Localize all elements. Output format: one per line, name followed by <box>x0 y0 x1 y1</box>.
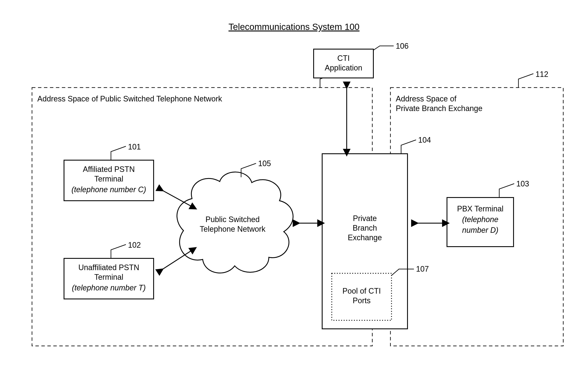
leader-104 <box>401 140 416 154</box>
cti-app-l1: CTI <box>337 54 350 63</box>
pbx-space-label-2: Private Branch Exchange <box>396 104 483 113</box>
cti-app-l2: Application <box>325 63 362 72</box>
num-105: 105 <box>258 159 271 168</box>
arrow-unaff-cloud <box>158 251 191 272</box>
num-107: 107 <box>416 265 429 273</box>
aff-l2: Terminal <box>94 175 123 183</box>
cloud-l1: Public Switched <box>206 215 260 224</box>
num-106: 106 <box>396 42 409 50</box>
pbx-l3: Exchange <box>348 233 382 242</box>
pbx-l1: Private <box>353 214 377 223</box>
leader-106 <box>373 46 394 50</box>
pbxterm-l2: (telephone <box>462 215 498 224</box>
diagram-title: Telecommunications System 100 <box>229 22 359 32</box>
unaff-l1: Unaffiliated PSTN <box>78 263 139 272</box>
pstn-space-label: Address Space of Public Switched Telepho… <box>37 94 222 103</box>
pbx-l2: Branch <box>353 224 377 232</box>
unaff-l3: (telephone number T) <box>72 283 146 292</box>
leader-101 <box>111 146 126 160</box>
cloud-l2: Telephone Network <box>200 225 266 233</box>
pool-l1: Pool of CTI <box>342 287 381 295</box>
aff-l3: (telephone number C) <box>71 185 146 194</box>
arrow-aff-cloud <box>158 188 191 206</box>
unaff-l2: Terminal <box>94 273 123 281</box>
leader-102 <box>111 245 126 258</box>
pbx-space-label-1: Address Space of <box>396 94 457 103</box>
num-103: 103 <box>516 179 529 188</box>
aff-l1: Affiliated PSTN <box>83 165 135 174</box>
num-112: 112 <box>536 70 548 79</box>
pbxterm-l1: PBX Terminal <box>457 204 503 213</box>
num-101: 101 <box>128 142 141 151</box>
num-102: 102 <box>128 241 141 249</box>
leader-112 <box>518 74 533 88</box>
pbxterm-l3: number D) <box>462 226 498 234</box>
diagram-canvas: Telecommunications System 100 Address Sp… <box>0 0 588 385</box>
pool-l2: Ports <box>353 296 371 305</box>
leader-103 <box>499 184 514 198</box>
num-104: 104 <box>418 136 431 144</box>
